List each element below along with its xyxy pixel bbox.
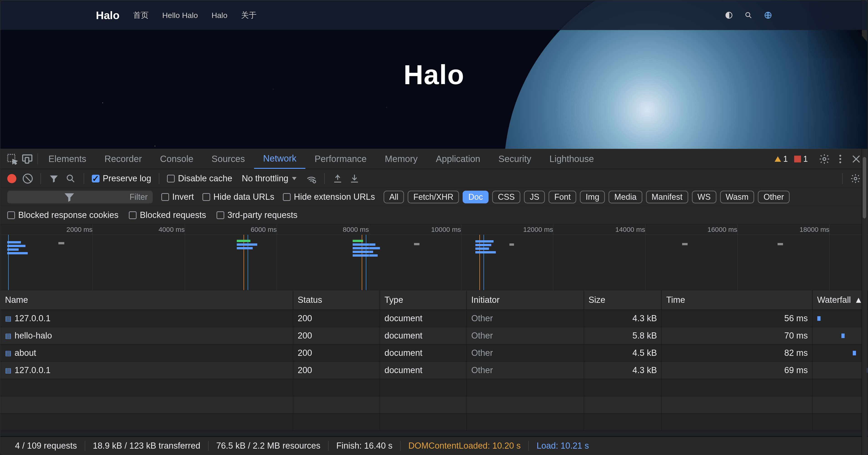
status-resources: 76.5 kB / 2.2 MB resources	[209, 441, 329, 451]
disable-cache-checkbox[interactable]: Disable cache	[167, 174, 232, 183]
table-row[interactable]: ▤127.0.0.1200documentOther4.3 kB69 ms	[0, 362, 868, 379]
checkbox-icon	[167, 175, 175, 182]
tab-application[interactable]: Application	[427, 149, 490, 169]
tab-elements[interactable]: Elements	[39, 149, 95, 169]
checkbox-checked-icon: ✓	[92, 175, 99, 182]
filter-pill-fetchxhr[interactable]: Fetch/XHR	[408, 191, 459, 203]
divider	[159, 173, 159, 184]
tab-memory[interactable]: Memory	[376, 149, 427, 169]
inspect-element-icon[interactable]	[6, 153, 19, 165]
request-status: 200	[293, 310, 380, 327]
request-status: 200	[293, 344, 380, 362]
request-waterfall	[812, 310, 868, 327]
filter-pill-all[interactable]: All	[383, 191, 404, 203]
col-status[interactable]: Status	[293, 290, 380, 310]
tab-lighthouse[interactable]: Lighthouse	[540, 149, 603, 169]
hide-data-urls-checkbox[interactable]: Hide data URLs	[203, 192, 274, 202]
table-row[interactable]: ▤127.0.0.1200documentOther4.3 kB56 ms	[0, 310, 868, 327]
filter-pill-font[interactable]: Font	[549, 191, 576, 203]
request-type: document	[380, 310, 467, 327]
device-toolbar-icon[interactable]	[21, 153, 33, 165]
filter-toggle-icon[interactable]	[49, 173, 59, 184]
filter-pill-img[interactable]: Img	[580, 191, 605, 203]
globe-icon[interactable]	[764, 11, 772, 19]
preview-brand[interactable]: Halo	[96, 9, 120, 22]
preview-nav-halo[interactable]: Halo	[212, 11, 227, 20]
request-size: 5.8 kB	[584, 327, 662, 344]
preview-nav-about[interactable]: 关于	[241, 10, 256, 21]
status-finish: Finish: 16.40 s	[329, 441, 401, 451]
col-size[interactable]: Size	[584, 290, 662, 310]
filter-pill-ws[interactable]: WS	[692, 191, 716, 203]
hide-extension-urls-checkbox[interactable]: Hide extension URLs	[283, 192, 375, 202]
network-conditions-icon[interactable]	[306, 173, 316, 184]
third-party-checkbox[interactable]: 3rd-party requests	[217, 210, 298, 220]
table-header: Name Status Type Initiator Size Time Wat…	[0, 290, 868, 310]
timeline-overview[interactable]: 2000 ms4000 ms6000 ms8000 ms10000 ms1200…	[0, 224, 868, 290]
record-button[interactable]	[7, 174, 17, 183]
request-name: 127.0.0.1	[14, 313, 51, 323]
svg-point-12	[854, 177, 857, 180]
tab-security[interactable]: Security	[490, 149, 540, 169]
preserve-log-checkbox[interactable]: ✓Preserve log	[92, 174, 151, 183]
tab-recorder[interactable]: Recorder	[95, 149, 151, 169]
filter-pill-media[interactable]: Media	[609, 191, 642, 203]
table-row-empty	[0, 414, 868, 431]
filter-pill-js[interactable]: JS	[524, 191, 545, 203]
network-settings-icon[interactable]	[850, 173, 861, 184]
document-icon: ▤	[5, 332, 11, 340]
import-har-icon[interactable]	[349, 173, 360, 184]
status-domcontentloaded: DOMContentLoaded: 10.20 s	[401, 441, 529, 451]
filter-pill-doc[interactable]: Doc	[463, 191, 489, 203]
request-time: 70 ms	[662, 327, 812, 344]
col-initiator[interactable]: Initiator	[467, 290, 584, 310]
status-bar: 4 / 109 requests 18.9 kB / 123 kB transf…	[0, 436, 868, 455]
invert-checkbox[interactable]: Invert	[161, 192, 194, 202]
network-toolbar-primary: ✓Preserve log Disable cache No throttlin…	[0, 169, 868, 188]
col-waterfall[interactable]: Waterfall▲	[812, 290, 868, 310]
blocked-requests-checkbox[interactable]: Blocked requests	[129, 210, 206, 220]
filter-pill-wasm[interactable]: Wasm	[720, 191, 754, 203]
svg-rect-5	[25, 158, 29, 163]
export-har-icon[interactable]	[333, 173, 343, 184]
timeline-tick: 10000 ms	[431, 226, 461, 233]
scrollbar-thumb[interactable]	[863, 157, 866, 219]
search-icon[interactable]	[744, 11, 752, 19]
filter-pill-other[interactable]: Other	[758, 191, 789, 203]
request-status: 200	[293, 362, 380, 379]
close-icon[interactable]	[850, 153, 862, 165]
table-row[interactable]: ▤hello-halo200documentOther5.8 kB70 ms	[0, 327, 868, 344]
filter-pill-manifest[interactable]: Manifest	[646, 191, 688, 203]
table-row[interactable]: ▤about200documentOther4.5 kB82 ms	[0, 344, 868, 362]
divider	[37, 153, 38, 165]
request-size: 4.3 kB	[584, 310, 662, 327]
request-name: 127.0.0.1	[14, 365, 51, 375]
throttling-select[interactable]: No throttling	[239, 174, 300, 183]
settings-icon[interactable]	[819, 153, 830, 165]
funnel-icon	[12, 191, 126, 203]
search-network-icon[interactable]	[65, 173, 76, 184]
col-time[interactable]: Time	[662, 290, 812, 310]
tab-console[interactable]: Console	[151, 149, 203, 169]
tab-sources[interactable]: Sources	[203, 149, 254, 169]
filter-input[interactable]: Filter	[7, 191, 153, 203]
theme-toggle-icon[interactable]	[725, 11, 733, 19]
clear-button[interactable]	[23, 174, 33, 183]
timeline-tick: 12000 ms	[523, 226, 553, 233]
request-table: Name Status Type Initiator Size Time Wat…	[0, 290, 868, 436]
more-icon[interactable]	[835, 153, 846, 165]
col-name[interactable]: Name	[0, 290, 293, 310]
tab-performance[interactable]: Performance	[305, 149, 376, 169]
tab-network[interactable]: Network	[254, 149, 306, 169]
warnings-badge[interactable]: 1	[775, 154, 788, 164]
errors-badge[interactable]: 1	[794, 154, 808, 164]
col-type[interactable]: Type	[380, 290, 467, 310]
request-initiator: Other	[467, 344, 584, 362]
filter-pill-css[interactable]: CSS	[492, 191, 520, 203]
preview-nav-hello-halo[interactable]: Hello Halo	[162, 11, 198, 20]
table-row-empty	[0, 396, 868, 414]
blocked-cookies-checkbox[interactable]: Blocked response cookies	[7, 210, 118, 220]
document-icon: ▤	[5, 314, 11, 322]
preview-nav-home[interactable]: 首页	[133, 10, 149, 21]
request-name: about	[14, 348, 36, 358]
